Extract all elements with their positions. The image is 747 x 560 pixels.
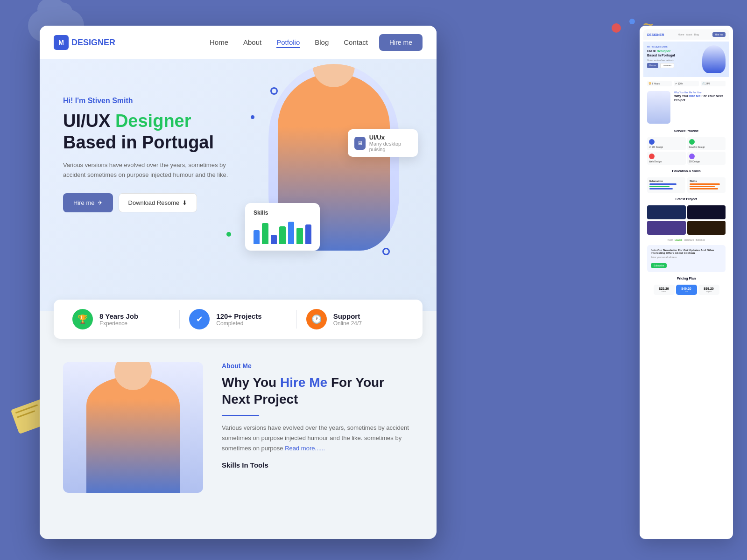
- mini-service-graphic: Graphic Design: [687, 137, 726, 150]
- mini-pricing-pro: $49.20 Pro: [676, 285, 697, 295]
- mini-brands: fiverr upwork skillshare Behance: [643, 237, 729, 243]
- mini-price-label-basic: Basic: [656, 290, 672, 293]
- skill-bar-3: [271, 235, 277, 244]
- mini-service-icon-2: [689, 139, 695, 145]
- stat-projects-label: 120+ Projects: [216, 312, 261, 320]
- mini-about: Why You Hire Me For Your Why You Hire Me…: [643, 88, 729, 126]
- mini-service-label-4: 3D Design: [689, 160, 724, 163]
- mini-stat-2: ✔ 120+: [674, 81, 698, 86]
- mini-price-pro: $49.20: [678, 287, 695, 290]
- mini-logo: DESIGNER: [647, 33, 664, 36]
- mini-stat-1: 🏆 8 Years: [647, 81, 672, 86]
- skills-in-tools-title: Skills In Tools: [222, 461, 413, 469]
- mini-hero-buttons: Hire me Download: [647, 63, 699, 68]
- skill-bar-c: [690, 188, 718, 189]
- nav-blog[interactable]: Blog: [315, 38, 329, 47]
- uiux-icon: 🖥: [354, 137, 366, 150]
- mini-project-1: [647, 205, 686, 219]
- about-person-container: [63, 362, 203, 493]
- uiux-floating-card: 🖥 Ui/Ux Many desktop puising: [348, 129, 418, 157]
- hero-text-block: Hi! I'm Stiven Smith UI/UX Designer Base…: [63, 97, 240, 212]
- stat-support-sub: Online 24/7: [333, 320, 362, 327]
- mini-stats: 🏆 8 Years ✔ 120+ 🕐 24/7: [643, 79, 729, 88]
- hero-image-area: Skills 🖥 Ui/Ux Many desktop p: [259, 69, 409, 279]
- edu-bar-3: [649, 188, 673, 189]
- about-tag: About Me: [222, 362, 413, 370]
- stat-divider-2: [296, 310, 297, 329]
- nav-links: Home About Potfolio Blog Contact: [210, 38, 368, 47]
- person-head: [313, 64, 355, 87]
- stat-years-icon: 🏆: [72, 309, 93, 329]
- mini-services: UI UX Design Graphic Design Web Design 3…: [643, 135, 729, 167]
- hire-me-hero-button[interactable]: Hire me ✈: [63, 193, 113, 212]
- mini-education: Education Skills: [643, 175, 729, 195]
- mini-subscribe-button[interactable]: Subscribe: [651, 263, 667, 268]
- nav-about[interactable]: About: [243, 38, 261, 47]
- stat-support-icon: 🕐: [306, 309, 327, 329]
- mini-service-ui: UI UX Design: [647, 137, 686, 150]
- nav-potfolio[interactable]: Potfolio: [276, 38, 300, 47]
- nav-home[interactable]: Home: [210, 38, 228, 47]
- mini-service-icon-3: [649, 154, 655, 159]
- mini-price-label-expert: Expert: [701, 290, 717, 293]
- brand-skillshare: skillshare: [684, 238, 694, 241]
- hero-description: Various versions have evolved over the y…: [63, 161, 240, 180]
- read-more-link[interactable]: Read more......: [285, 445, 325, 452]
- mini-hero: Hi! I'm Stiven Smith UI/UX DesignerBased…: [643, 42, 729, 77]
- mini-edu-card-2: Skills: [687, 177, 726, 193]
- brand-upwork: upwork: [675, 238, 682, 241]
- send-icon: ✈: [98, 199, 103, 206]
- stat-years-sub: Experience: [99, 320, 138, 327]
- logo: M DESIGNER: [54, 35, 115, 50]
- about-content: About Me Why You Hire Me For Your Next P…: [222, 362, 413, 469]
- mini-hire-button: Hire me: [712, 32, 726, 37]
- dot-deco-green: [226, 232, 231, 237]
- mini-pricing-basic: $25.20 Basic: [654, 285, 675, 295]
- stat-projects-icon: ✔: [189, 309, 210, 329]
- hero-buttons: Hire me ✈ Download Resome ⬇: [63, 193, 240, 212]
- stat-projects-sub: Completed: [216, 320, 261, 327]
- mini-project-3: [647, 221, 686, 235]
- skills-card-title: Skills: [254, 210, 311, 216]
- skill-bar-1: [254, 230, 260, 244]
- mini-edu-title-1: Education: [649, 180, 683, 182]
- mini-pricing-cards: $25.20 Basic $49.20 Pro $99.20 Expert: [643, 283, 729, 297]
- stat-divider-1: [179, 310, 180, 329]
- mini-pricing-expert: $99.20 Expert: [698, 285, 719, 295]
- mini-about-text: Why You Hire Me For Your Why You Hire Me…: [674, 91, 726, 124]
- mini-navbar: DESIGNER Home About Blog Hire me: [643, 29, 729, 40]
- mini-hero-title: UI/UX DesignerBased in Portugal: [647, 49, 699, 57]
- dot-deco-1: [251, 115, 254, 119]
- download-icon: ⬇: [182, 199, 187, 206]
- mini-newsletter-title: Join Our Newsletter For Get Updates And …: [651, 249, 722, 254]
- mini-hire-btn-hero: Hire me: [647, 63, 658, 68]
- download-resume-button[interactable]: Download Resome ⬇: [119, 193, 197, 212]
- hero-greeting: Hi! I'm Stiven Smith: [63, 97, 240, 105]
- brand-behance: Behance: [696, 238, 705, 241]
- stat-years-label: 8 Years Job: [99, 312, 138, 320]
- nav-contact[interactable]: Contact: [344, 38, 368, 47]
- hire-me-button[interactable]: Hire me: [379, 34, 423, 51]
- about-title: Why You Hire Me For Your Next Project: [222, 374, 413, 408]
- uiux-card-title: Ui/Ux: [369, 134, 411, 141]
- mini-price-label-pro: Pro: [678, 290, 695, 293]
- mini-hero-greeting: Hi! I'm Stiven Smith: [647, 45, 699, 48]
- mini-project-2: [687, 205, 726, 219]
- navbar: M DESIGNER Home About Potfolio Blog Cont…: [40, 26, 437, 59]
- mini-nav-links: Home About Blog: [678, 33, 698, 36]
- about-title-underline: [222, 415, 259, 416]
- mini-service-label-3: Web Design: [649, 160, 684, 163]
- skill-bar-a: [690, 183, 720, 185]
- dot-decoration-red: [612, 23, 621, 33]
- mini-edu-title: Education & Skills: [643, 167, 729, 175]
- mini-about-image: [647, 91, 670, 124]
- about-person-figure: [86, 376, 180, 493]
- mini-edu-title-2: Skills: [690, 180, 723, 182]
- mini-service-icon-1: [649, 139, 655, 145]
- mini-price-expert: $99.20: [701, 287, 717, 290]
- stat-projects: ✔ 120+ Projects Completed: [189, 309, 287, 329]
- mini-project-4: [687, 221, 726, 235]
- mini-about-title: Why You Hire Me For Your Next Project: [674, 94, 726, 102]
- edu-bar-2: [649, 186, 669, 187]
- mini-newsletter-desc: Enter your email address: [651, 256, 722, 259]
